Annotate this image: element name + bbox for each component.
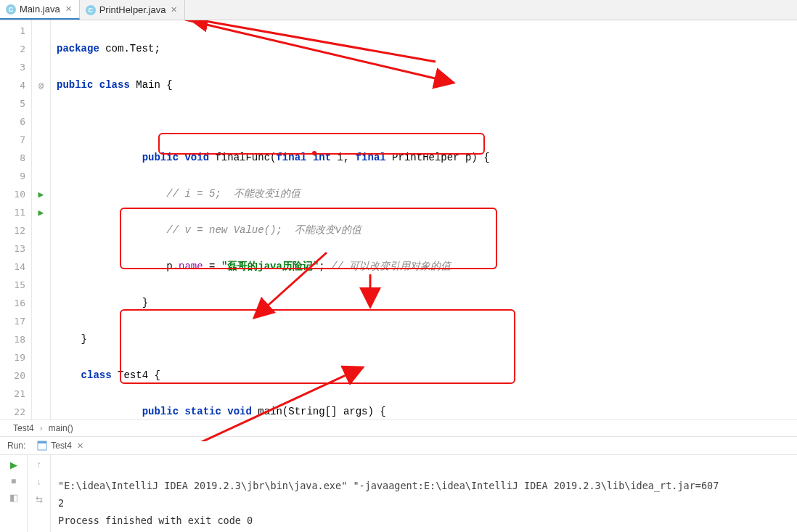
line-number-gutter: 12345678910111213141516171819202122 xyxy=(0,20,32,420)
application-icon xyxy=(37,441,47,451)
dump-icon[interactable]: ◧ xyxy=(9,492,18,503)
console-line: Process finished with exit code 0 xyxy=(58,515,253,526)
console-output[interactable]: "E:\idea\IntelliJ IDEA 2019.2.3\jbr\bin\… xyxy=(51,455,797,532)
tab-label: PrintHelper.java xyxy=(99,4,166,15)
run-toolbar-scroll: ↑ ↓ ⇆ xyxy=(28,455,51,532)
run-gutter-icon[interactable]: ▶ xyxy=(32,203,50,221)
java-file-icon: C xyxy=(86,5,96,15)
rerun-icon[interactable]: ▶ xyxy=(10,459,17,470)
run-toolbar-left: ▶ ■ ◧ xyxy=(0,455,28,532)
run-tool-window: ▶ ■ ◧ ↑ ↓ ⇆ "E:\idea\IntelliJ IDEA 2019.… xyxy=(0,455,797,532)
run-gutter-icon[interactable]: ▶ xyxy=(32,185,50,203)
close-icon[interactable]: ✕ xyxy=(169,5,179,15)
breadcrumb-class[interactable]: Test4 xyxy=(13,423,34,433)
breadcrumb-method[interactable]: main() xyxy=(49,423,73,433)
close-icon[interactable]: ✕ xyxy=(75,441,85,451)
chevron-right-icon: › xyxy=(40,423,43,433)
java-file-icon: C xyxy=(6,4,16,15)
close-icon[interactable]: ✕ xyxy=(64,4,73,14)
run-label: Run: xyxy=(7,441,25,451)
tab-label: Main.java xyxy=(20,4,60,15)
stop-icon[interactable]: ■ xyxy=(11,476,16,486)
code-area[interactable]: package com.Test; public class Main { pu… xyxy=(51,20,797,420)
gutter-markers: @ ▶ ▶ xyxy=(32,20,51,420)
code-editor[interactable]: 12345678910111213141516171819202122 @ ▶ … xyxy=(0,20,797,420)
editor-tabs: C Main.java ✕ C PrintHelper.java ✕ xyxy=(0,0,797,20)
console-line: "E:\idea\IntelliJ IDEA 2019.2.3\jbr\bin\… xyxy=(58,480,719,491)
tab-printhelper-java[interactable]: C PrintHelper.java ✕ xyxy=(80,0,186,20)
soft-wrap-icon[interactable]: ⇆ xyxy=(36,494,43,504)
override-marker[interactable]: @ xyxy=(32,76,50,94)
annotation-dot xyxy=(312,151,316,155)
down-icon[interactable]: ↓ xyxy=(37,477,41,487)
svg-rect-6 xyxy=(38,441,46,443)
run-config-tab[interactable]: Test4 ✕ xyxy=(33,439,89,452)
run-tool-header: Run: Test4 ✕ xyxy=(0,437,797,455)
up-icon[interactable]: ↑ xyxy=(37,459,41,470)
breadcrumb[interactable]: Test4 › main() xyxy=(0,420,797,437)
console-line: 2 xyxy=(58,497,64,509)
tab-main-java[interactable]: C Main.java ✕ xyxy=(0,0,80,20)
